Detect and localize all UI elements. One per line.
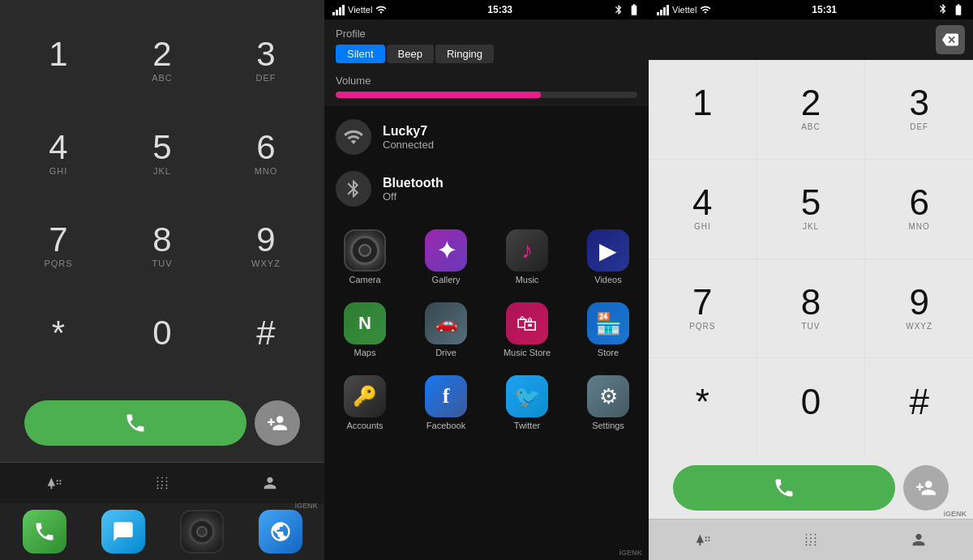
- nav-dialpad[interactable]: [108, 463, 216, 503]
- app-facebook[interactable]: f Facebook: [405, 369, 486, 435]
- key-right-2[interactable]: 2 ABC: [757, 60, 865, 159]
- app-music[interactable]: ♪ Music: [486, 223, 568, 289]
- carrier-mid: Viettel: [348, 5, 372, 15]
- app-grid-container: Camera ✦ Gallery ♪ Music ▶ Videos: [324, 220, 649, 560]
- battery-icon-mid: [628, 3, 641, 16]
- bluetooth-icon-right: [937, 3, 949, 15]
- app-twitter[interactable]: 🐦 Twitter: [486, 369, 568, 435]
- key-right-1[interactable]: 1: [649, 60, 757, 159]
- backspace-button[interactable]: [936, 25, 965, 54]
- app-camera[interactable]: Camera: [324, 223, 405, 289]
- nav-recents[interactable]: [0, 463, 108, 503]
- time-mid: 15:33: [487, 4, 512, 15]
- key-right-0[interactable]: 0: [757, 358, 865, 457]
- key-0[interactable]: 0: [112, 295, 212, 385]
- dialer-actions-right: [649, 457, 973, 519]
- panel-middle-settings: Viettel 15:33 Profile Silent Beep Ringin…: [324, 0, 649, 560]
- volume-section: Volume: [324, 68, 649, 106]
- status-bar-right: Viettel 15:31: [649, 0, 973, 19]
- contacts-button-right[interactable]: [903, 465, 949, 511]
- app-grid-row3: 🔑 Accounts f Facebook 🐦 Twitter ⚙: [324, 365, 649, 438]
- app-maps[interactable]: N Maps: [324, 296, 405, 362]
- wifi-item[interactable]: Lucky7 Connected: [324, 111, 649, 163]
- key-8[interactable]: 8 TUV: [112, 202, 212, 292]
- bluetooth-icon-wrap: [336, 171, 371, 207]
- wifi-name: Lucky7: [383, 124, 434, 139]
- key-right-9[interactable]: 9 WXYZ: [865, 259, 973, 358]
- signal-bars-right: [657, 5, 669, 15]
- dialer-actions-left: [0, 392, 324, 462]
- wifi-status: Connected: [383, 139, 434, 151]
- profile-label: Profile: [336, 28, 637, 40]
- key-right-hash[interactable]: #: [865, 358, 973, 457]
- nav-right-recents[interactable]: [649, 519, 757, 560]
- bottom-nav-left: [0, 462, 324, 503]
- contacts-button-left[interactable]: [255, 400, 300, 446]
- key-right-8[interactable]: 8 TUV: [757, 259, 865, 358]
- dialer-grid-left: 1 2 ABC 3 DEF 4 GHI 5 JKL 6 MNO 7 PQRS: [0, 0, 324, 392]
- key-right-star[interactable]: *: [649, 358, 757, 457]
- app-store[interactable]: 🏪 Store: [568, 296, 649, 362]
- profile-section: Profile Silent Beep Ringing: [324, 19, 649, 68]
- bluetooth-icon-mid: [613, 4, 624, 15]
- app-grid-row2: N Maps 🚗 Drive 🛍 Music Store 🏪: [324, 293, 649, 365]
- app-grid-row1: Camera ✦ Gallery ♪ Music ▶ Videos: [324, 220, 649, 293]
- nav-contacts[interactable]: [216, 463, 324, 503]
- dock-phone[interactable]: [23, 510, 66, 554]
- signal-bars-mid: [332, 5, 345, 15]
- status-bar-middle: Viettel 15:33: [324, 0, 649, 19]
- key-star[interactable]: *: [8, 295, 109, 385]
- app-videos[interactable]: ▶ Videos: [568, 223, 649, 289]
- bluetooth-status: Off: [383, 190, 444, 203]
- call-button-right[interactable]: [673, 465, 895, 511]
- connectivity-section: Lucky7 Connected Bluetooth Off: [324, 106, 649, 220]
- key-2[interactable]: 2 ABC: [112, 16, 212, 106]
- carrier-right: Viettel: [672, 5, 697, 15]
- bluetooth-name: Bluetooth: [383, 176, 444, 190]
- key-9[interactable]: 9 WXYZ: [216, 202, 316, 292]
- app-drive[interactable]: 🚗 Drive: [405, 296, 486, 362]
- key-4[interactable]: 4 GHI: [8, 109, 109, 199]
- bluetooth-item[interactable]: Bluetooth Off: [324, 163, 649, 215]
- key-7[interactable]: 7 PQRS: [8, 202, 109, 292]
- battery-icon-right: [952, 3, 965, 16]
- genk-logo-right: iGENK: [943, 510, 967, 518]
- input-bar: [649, 19, 973, 60]
- key-1[interactable]: 1: [8, 16, 109, 106]
- dock-messages[interactable]: [101, 510, 145, 554]
- nav-right-dialpad[interactable]: [757, 519, 864, 560]
- key-5[interactable]: 5 JKL: [112, 109, 212, 199]
- key-right-7[interactable]: 7 PQRS: [649, 259, 757, 358]
- volume-label: Volume: [336, 75, 637, 87]
- panel-left-dialer: 1 2 ABC 3 DEF 4 GHI 5 JKL 6 MNO 7 PQRS: [0, 0, 324, 560]
- genk-logo-left: iGENK: [294, 502, 318, 510]
- dock-camera[interactable]: [180, 510, 224, 554]
- key-right-5[interactable]: 5 JKL: [757, 160, 865, 259]
- key-right-4[interactable]: 4 GHI: [649, 160, 757, 259]
- key-3[interactable]: 3 DEF: [216, 16, 316, 106]
- call-button-left[interactable]: [24, 400, 246, 446]
- profile-tabs: Silent Beep Ringing: [336, 45, 637, 63]
- app-music-store[interactable]: 🛍 Music Store: [486, 296, 568, 362]
- app-settings[interactable]: ⚙ Settings: [568, 369, 649, 435]
- time-right: 15:31: [812, 4, 837, 15]
- panel-right-dialer: Viettel 15:31 1 2 ABC 3 DEF 4 GHI: [649, 0, 973, 560]
- dialer-grid-right: 1 2 ABC 3 DEF 4 GHI 5 JKL 6 MNO 7 PQRS 8: [649, 60, 973, 457]
- key-right-3[interactable]: 3 DEF: [865, 60, 973, 159]
- wifi-icon-wrap: [336, 119, 371, 155]
- key-right-6[interactable]: 6 MNO: [865, 160, 973, 259]
- volume-fill: [336, 92, 541, 98]
- nav-right-contacts[interactable]: [865, 519, 973, 560]
- app-gallery[interactable]: ✦ Gallery: [405, 223, 486, 289]
- key-6[interactable]: 6 MNO: [216, 109, 316, 199]
- genk-logo-mid: iGENK: [619, 549, 642, 557]
- tab-ringing[interactable]: Ringing: [435, 45, 494, 63]
- tab-silent[interactable]: Silent: [336, 45, 385, 63]
- volume-track[interactable]: [336, 92, 637, 98]
- bottom-nav-right: [649, 519, 973, 560]
- dock-bar-left: [0, 503, 324, 560]
- key-hash[interactable]: #: [216, 295, 316, 385]
- tab-beep[interactable]: Beep: [387, 45, 434, 63]
- app-accounts[interactable]: 🔑 Accounts: [324, 369, 405, 435]
- dock-browser[interactable]: [259, 510, 302, 554]
